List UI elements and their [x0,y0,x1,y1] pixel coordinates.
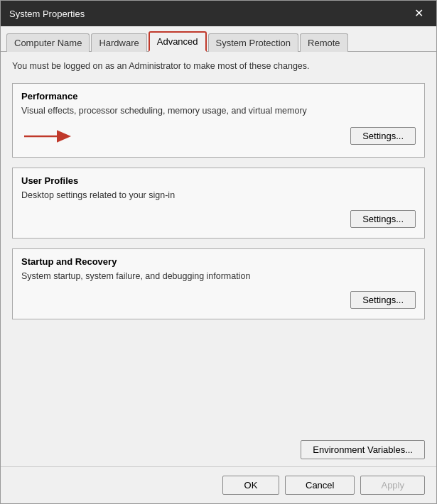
tab-bar: Computer Name Hardware Advanced System P… [1,26,436,52]
environment-variables-button[interactable]: Environment Variables... [301,440,425,459]
tab-hardware[interactable]: Hardware [91,33,146,52]
close-button[interactable]: ✕ [410,6,428,21]
arrow-container [21,126,342,147]
startup-recovery-desc: System startup, system failure, and debu… [21,271,416,281]
user-profiles-settings-button[interactable]: Settings... [350,210,416,228]
arrow-icon [21,126,78,147]
tab-system-protection[interactable]: System Protection [208,33,299,52]
performance-section: Performance Visual effects, processor sc… [12,83,425,158]
tab-content: You must be logged on as an Administrato… [1,52,436,437]
performance-title: Performance [21,91,416,102]
performance-settings-button[interactable]: Settings... [350,127,416,145]
tab-remote[interactable]: Remote [300,33,348,52]
bottom-bar: OK Cancel Apply [1,466,436,503]
cancel-button[interactable]: Cancel [285,476,355,495]
performance-btn-row: Settings... [21,126,416,147]
tab-advanced[interactable]: Advanced [149,31,207,52]
startup-recovery-settings-button[interactable]: Settings... [350,291,416,309]
admin-note: You must be logged on as an Administrato… [12,60,425,73]
user-profiles-btn-row: Settings... [21,210,416,228]
startup-recovery-section: Startup and Recovery System startup, sys… [12,248,425,319]
title-bar: System Properties ✕ [1,1,436,26]
performance-desc: Visual effects, processor scheduling, me… [21,106,416,116]
user-profiles-desc: Desktop settings related to your sign-in [21,190,416,200]
env-variables-row: Environment Variables... [1,437,436,466]
apply-button[interactable]: Apply [360,476,425,495]
user-profiles-section: User Profiles Desktop settings related t… [12,168,425,239]
window-title: System Properties [9,9,85,19]
startup-recovery-title: Startup and Recovery [21,256,416,267]
startup-recovery-btn-row: Settings... [21,291,416,309]
system-properties-window: System Properties ✕ Computer Name Hardwa… [0,0,437,504]
user-profiles-title: User Profiles [21,175,416,186]
ok-button[interactable]: OK [222,476,279,495]
tab-computer-name[interactable]: Computer Name [6,33,90,52]
